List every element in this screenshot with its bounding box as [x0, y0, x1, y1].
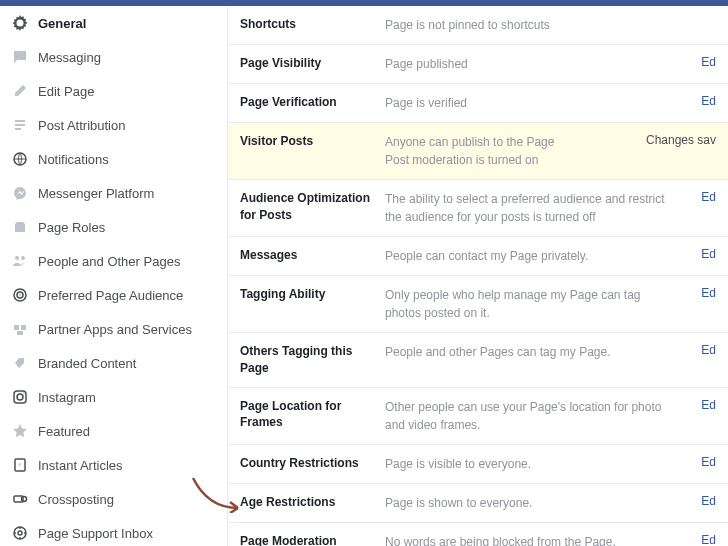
setting-description: Page published [385, 55, 680, 73]
svg-point-10 [17, 394, 23, 400]
support-icon [12, 525, 28, 541]
edit-link-text: Ed [701, 247, 716, 261]
edit-link[interactable]: Ed [680, 55, 716, 73]
sidebar-item-label: Preferred Page Audience [38, 288, 183, 303]
sidebar-item-label: Messaging [38, 50, 101, 65]
gear-icon [12, 15, 28, 31]
setting-description: Page is visible to everyone. [385, 455, 680, 473]
edit-link[interactable]: Ed [680, 286, 716, 322]
setting-row-others-tagging-this-page: Others Tagging this PagePeople and other… [228, 333, 728, 388]
setting-description: Other people can use your Page's locatio… [385, 398, 680, 434]
crosspost-icon [12, 491, 28, 507]
sidebar-item-page-support-inbox[interactable]: Page Support Inbox [0, 516, 227, 546]
setting-description: People can contact my Page privately. [385, 247, 680, 265]
instagram-icon [12, 389, 28, 405]
sidebar-item-messaging[interactable]: Messaging [0, 40, 227, 74]
setting-label: Page Visibility [240, 55, 385, 73]
edit-link-text: Ed [701, 533, 716, 546]
star-icon [12, 423, 28, 439]
sidebar: GeneralMessagingEdit PagePost Attributio… [0, 6, 228, 546]
sidebar-item-label: Instagram [38, 390, 96, 405]
svg-rect-8 [17, 331, 23, 335]
message-icon [12, 49, 28, 65]
setting-label: Tagging Ability [240, 286, 385, 322]
sidebar-item-general[interactable]: General [0, 6, 227, 40]
setting-row-visitor-posts: Visitor PostsAnyone can publish to the P… [228, 123, 728, 180]
setting-row-audience-optimization-for-posts: Audience Optimization for PostsThe abili… [228, 180, 728, 237]
edit-link[interactable]: Ed [680, 94, 716, 112]
edit-link[interactable]: Ed [680, 533, 716, 546]
svg-rect-6 [14, 325, 19, 330]
edit-link-text: Ed [701, 190, 716, 204]
setting-label: Age Restrictions [240, 494, 385, 512]
setting-row-page-visibility: Page VisibilityPage publishedEd [228, 45, 728, 84]
setting-description: Only people who help manage my Page can … [385, 286, 680, 322]
sidebar-item-label: Notifications [38, 152, 109, 167]
edit-link[interactable]: Changes save [646, 133, 716, 169]
setting-label: Country Restrictions [240, 455, 385, 473]
edit-link[interactable]: Ed [680, 455, 716, 473]
setting-description: No words are being blocked from the Page… [385, 533, 680, 546]
sidebar-item-label: Post Attribution [38, 118, 125, 133]
setting-row-age-restrictions: Age RestrictionsPage is shown to everyon… [228, 484, 728, 523]
edit-link[interactable]: Ed [680, 398, 716, 434]
edit-link-text: Ed [701, 94, 716, 108]
setting-label: Messages [240, 247, 385, 265]
sidebar-item-label: Messenger Platform [38, 186, 154, 201]
attribution-icon [12, 117, 28, 133]
edit-link-text: Ed [701, 343, 716, 357]
setting-description: People and other Pages can tag my Page. [385, 343, 680, 377]
branded-icon [12, 355, 28, 371]
setting-label: Others Tagging this Page [240, 343, 385, 377]
target-icon [12, 287, 28, 303]
svg-point-16 [18, 531, 22, 535]
setting-row-messages: MessagesPeople can contact my Page priva… [228, 237, 728, 276]
sidebar-item-label: Crossposting [38, 492, 114, 507]
svg-point-11 [23, 392, 25, 394]
edit-link[interactable]: Ed [680, 343, 716, 377]
edit-link-text: Ed [701, 55, 716, 69]
globe-icon [12, 151, 28, 167]
sidebar-item-label: Featured [38, 424, 90, 439]
setting-label: Page Moderation [240, 533, 385, 546]
sidebar-item-partner-apps-and-services[interactable]: Partner Apps and Services [0, 312, 227, 346]
sidebar-item-page-roles[interactable]: Page Roles [0, 210, 227, 244]
sidebar-item-edit-page[interactable]: Edit Page [0, 74, 227, 108]
svg-point-5 [19, 294, 21, 296]
setting-row-tagging-ability: Tagging AbilityOnly people who help mana… [228, 276, 728, 333]
sidebar-item-post-attribution[interactable]: Post Attribution [0, 108, 227, 142]
setting-row-shortcuts: ShortcutsPage is not pinned to shortcuts [228, 6, 728, 45]
sidebar-item-people-and-other-pages[interactable]: People and Other Pages [0, 244, 227, 278]
sidebar-item-featured[interactable]: Featured [0, 414, 227, 448]
sidebar-item-preferred-page-audience[interactable]: Preferred Page Audience [0, 278, 227, 312]
sidebar-item-label: Branded Content [38, 356, 136, 371]
setting-row-page-verification: Page VerificationPage is verifiedEd [228, 84, 728, 123]
setting-label: Audience Optimization for Posts [240, 190, 385, 226]
setting-description: Page is shown to everyone. [385, 494, 680, 512]
instant-icon [12, 457, 28, 473]
partner-icon [12, 321, 28, 337]
svg-point-1 [15, 256, 19, 260]
setting-row-page-moderation: Page ModerationNo words are being blocke… [228, 523, 728, 546]
setting-label: Visitor Posts [240, 133, 385, 169]
setting-label: Shortcuts [240, 16, 385, 34]
sidebar-item-label: Page Roles [38, 220, 105, 235]
setting-label: Page Location for Frames [240, 398, 385, 434]
sidebar-item-instagram[interactable]: Instagram [0, 380, 227, 414]
edit-link-text: Ed [701, 494, 716, 508]
messenger-icon [12, 185, 28, 201]
sidebar-item-branded-content[interactable]: Branded Content [0, 346, 227, 380]
edit-link[interactable]: Ed [680, 190, 716, 226]
edit-link[interactable]: Ed [680, 247, 716, 265]
sidebar-item-notifications[interactable]: Notifications [0, 142, 227, 176]
setting-description: Page is verified [385, 94, 680, 112]
edit-link[interactable] [680, 16, 716, 34]
sidebar-item-label: General [38, 16, 86, 31]
setting-description: The ability to select a preferred audien… [385, 190, 680, 226]
annotation-arrow [188, 473, 248, 516]
edit-link[interactable]: Ed [680, 494, 716, 512]
svg-point-2 [21, 256, 25, 260]
sidebar-item-label: Partner Apps and Services [38, 322, 192, 337]
sidebar-item-label: People and Other Pages [38, 254, 180, 269]
sidebar-item-messenger-platform[interactable]: Messenger Platform [0, 176, 227, 210]
